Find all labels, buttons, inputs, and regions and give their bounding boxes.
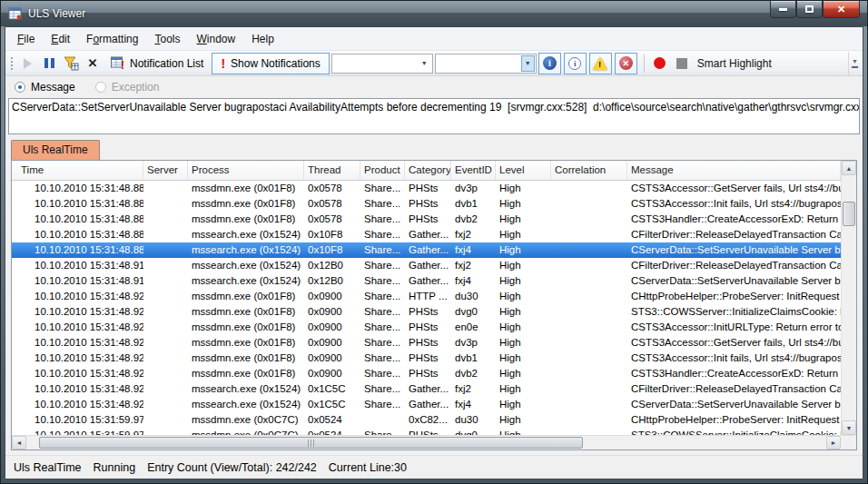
filter-button[interactable] (61, 54, 81, 74)
table-row[interactable]: 10.10.2010 15:31:48.88mssdmn.exe (0x01F8… (12, 212, 841, 227)
cell-message: CHttpProbeHelper::ProbeServer: InitReque… (627, 412, 841, 428)
title-bar[interactable]: ULS Viewer ✕ (1, 1, 867, 26)
status-segment: Running (94, 461, 136, 474)
maximize-icon (805, 5, 814, 13)
run-button[interactable] (17, 54, 37, 74)
tab-uls-realtime[interactable]: Uls RealTime (11, 140, 100, 160)
chevron-down-icon[interactable]: ▼ (521, 55, 535, 72)
cell-eventid: fxj4 (451, 273, 496, 289)
cell-category: PHSts (405, 351, 451, 366)
vertical-scrollbar[interactable]: ▲ ▼ (841, 161, 856, 435)
column-header-level[interactable]: Level (496, 161, 551, 180)
vertical-scroll-thumb[interactable] (843, 202, 855, 226)
cell-process: mssdmn.exe (0x01F8) (188, 351, 304, 366)
message-radio[interactable]: Message (15, 81, 75, 94)
smart-highlight-label: Smart Highlight (697, 57, 772, 70)
cell-server (143, 304, 188, 320)
table-row[interactable]: 10.10.2010 15:31:48.88mssdmn.exe (0x01F8… (12, 181, 841, 196)
show-notifications-button[interactable]: ! Show Notifications (212, 53, 329, 74)
column-header-correlation[interactable]: Correlation (551, 161, 627, 180)
filter-warning-button[interactable]: ! (589, 53, 612, 74)
horizontal-scroll-track[interactable] (26, 436, 826, 449)
column-header-thread[interactable]: Thread (304, 161, 360, 180)
toolbar-overflow-button[interactable]: ▼ ▬ (848, 52, 861, 75)
cell-process: mssdmn.exe (0x01F8) (188, 320, 304, 335)
scroll-up-button[interactable]: ▲ (842, 161, 856, 175)
record-button[interactable] (650, 54, 670, 74)
column-header-product[interactable]: Product (360, 161, 405, 180)
table-row[interactable]: 10.10.2010 15:31:48.92mssdmn.exe (0x01F8… (12, 335, 841, 351)
table-row[interactable]: 10.10.2010 15:31:48.92mssdmn.exe (0x01F8… (12, 366, 841, 381)
status-segment: Entry Count (View/Total): 242/242 (147, 461, 317, 474)
cell-server (143, 335, 188, 351)
filter-verbose-button[interactable]: i (538, 53, 561, 74)
table-row[interactable]: 10.10.2010 15:31:48.92mssdmn.exe (0x01F8… (12, 289, 841, 304)
table-row[interactable]: 10.10.2010 15:31:48.91mssearch.exe (0x15… (12, 258, 841, 273)
cell-process: mssdmn.exe (0x01F8) (188, 212, 304, 227)
horizontal-scroll-thumb[interactable] (39, 437, 583, 449)
notification-list-button[interactable]: ! Notification List (104, 53, 210, 74)
exception-radio: Exception (95, 81, 160, 94)
menu-edit[interactable]: Edit (43, 29, 78, 49)
cell-process: mssdmn.exe (0x01F8) (188, 181, 304, 196)
cell-eventid: dv3p (451, 181, 496, 196)
table-row[interactable]: 10.10.2010 15:31:48.92mssdmn.exe (0x01F8… (12, 304, 841, 320)
pause-button[interactable] (39, 54, 59, 74)
cell-time: 10.10.2010 15:31:48.91 (12, 258, 143, 273)
close-button[interactable]: ✕ (823, 1, 860, 18)
cell-correlation (551, 273, 627, 289)
cell-level: High (496, 304, 551, 320)
menu-formatting[interactable]: Formatting (78, 29, 146, 49)
table-row[interactable]: 10.10.2010 15:31:48.92mssdmn.exe (0x01F8… (12, 351, 841, 366)
table-row[interactable]: 10.10.2010 15:31:59.97mssdmn.exe (0x0C7C… (12, 412, 841, 428)
horizontal-scrollbar[interactable]: ◄ ► (12, 436, 841, 449)
column-header-category[interactable]: Category (405, 161, 451, 180)
menu-tools[interactable]: Tools (146, 29, 188, 49)
minimize-button[interactable] (770, 1, 796, 18)
cell-time: 10.10.2010 15:31:48.92 (12, 289, 143, 304)
cell-time: 10.10.2010 15:31:48.88 (12, 181, 143, 196)
cell-time: 10.10.2010 15:31:59.97 (12, 412, 143, 428)
clear-filter-button[interactable]: ✕ (83, 54, 103, 74)
maximize-button[interactable] (796, 1, 823, 18)
stop-button[interactable] (672, 54, 692, 74)
menu-window[interactable]: Window (188, 29, 243, 49)
cell-product: Share... (360, 335, 405, 351)
table-row[interactable]: 10.10.2010 15:31:48.88mssdmn.exe (0x01F8… (12, 196, 841, 212)
toolbar: ✕ ! Notification List ! Show Notificatio… (5, 51, 863, 76)
cell-category: Gather... (405, 227, 451, 242)
message-preview-box[interactable]: CServerData::SetServerUnavailable Server… (8, 98, 860, 134)
cell-level: High (496, 273, 551, 289)
notification-list-icon: ! (111, 56, 125, 70)
cell-category: PHSts (405, 335, 451, 351)
cell-correlation (551, 181, 627, 196)
menu-file[interactable]: File (9, 29, 43, 49)
table-row[interactable]: 10.10.2010 15:31:48.92mssdmn.exe (0x01F8… (12, 320, 841, 335)
table-row[interactable]: 10.10.2010 15:31:48.88mssearch.exe (0x15… (12, 227, 841, 242)
chevron-down-icon[interactable]: ▼ (418, 55, 431, 72)
scroll-down-button[interactable]: ▼ (842, 420, 856, 435)
cell-eventid: dv3p (451, 335, 496, 351)
column-header-eventid[interactable]: EventID (451, 161, 496, 180)
cell-thread: 0x0578 (304, 196, 360, 212)
filter-combobox[interactable]: ▼ (331, 54, 433, 74)
tab-strip: Uls RealTime (11, 140, 857, 160)
toolbar-grip[interactable] (9, 55, 14, 72)
column-header-message[interactable]: Message (627, 161, 841, 180)
table-row[interactable]: 10.10.2010 15:31:59.97mssdmn.exe (0x0C7C… (12, 428, 841, 435)
table-row[interactable]: 10.10.2010 15:31:48.88mssearch.exe (0x15… (12, 242, 841, 258)
column-header-time[interactable]: Time (12, 161, 143, 180)
vertical-scroll-track[interactable] (842, 175, 856, 420)
filter-info-button[interactable]: i (564, 53, 587, 74)
highlight-combobox[interactable]: ▼ (435, 54, 537, 74)
scroll-right-button[interactable]: ► (826, 436, 841, 449)
table-row[interactable]: 10.10.2010 15:31:48.91mssearch.exe (0x15… (12, 273, 841, 289)
menu-help[interactable]: Help (243, 29, 282, 49)
filter-error-button[interactable]: ✕ (615, 53, 637, 74)
column-header-server[interactable]: Server (143, 161, 188, 180)
column-header-process[interactable]: Process (188, 161, 304, 180)
toolbar-separator (644, 54, 645, 73)
table-row[interactable]: 10.10.2010 15:31:48.92mssearch.exe (0x15… (12, 381, 841, 397)
scroll-left-button[interactable]: ◄ (12, 436, 26, 449)
table-row[interactable]: 10.10.2010 15:31:48.92mssearch.exe (0x15… (12, 397, 841, 412)
